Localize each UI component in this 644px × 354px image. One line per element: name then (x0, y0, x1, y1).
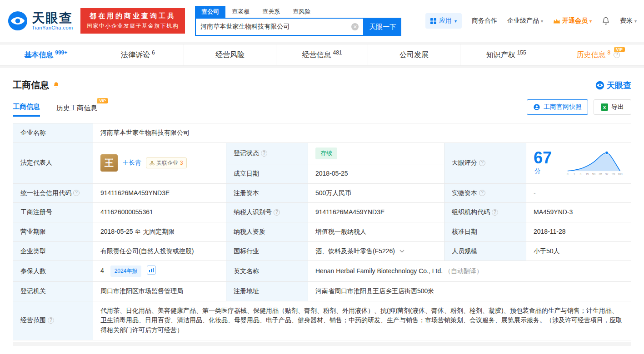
username: 费米 (620, 17, 633, 25)
avatar[interactable]: 王 (100, 154, 118, 172)
company-name-label: 企业名称 (13, 123, 93, 143)
watermark-text: 天眼查 (607, 80, 631, 91)
company-section-tabs: 基本信息 999+ 法律诉讼 6 经营风险 经营信息 481 公司发展 知识产权… (0, 44, 644, 66)
footer-strip (13, 342, 631, 346)
search-box: ✕ (195, 18, 364, 36)
business-cooperation-link[interactable]: 商务合作 (472, 17, 497, 25)
english-name-value: Henan Herbal Family Biotechnology Co., L… (315, 267, 443, 275)
table-row: 营业期限 2018-05-25 至 无固定期限 纳税人资质 增值税一般纳税人 核… (13, 222, 631, 241)
business-registration-table: 企业名称 河南草本世家生物科技有限公司 法定代表人 王 王长青 关联 (13, 123, 631, 340)
content-watermark-logo: 天眼查 (595, 80, 631, 91)
approval-date-value: 2018-11-28 (526, 222, 631, 241)
subtab-business-registration[interactable]: 工商信息 (13, 103, 40, 117)
legal-rep-link[interactable]: 王长青 (122, 158, 141, 168)
company-type-label: 企业类型 (13, 241, 93, 261)
info-icon[interactable]: ? (73, 190, 80, 196)
company-name-value: 河南草本世家生物科技有限公司 (93, 123, 631, 143)
industry-value: 酒、饮料及茶叶零售(F5226) (315, 247, 395, 255)
table-row: 工商注册号 411626000055361 纳税人识别号 ? 91411626M… (13, 203, 631, 222)
enterprise-products-menu[interactable]: 企业级产品 ▾ (507, 17, 543, 25)
info-icon[interactable]: ? (479, 190, 485, 196)
tianyancha-logo[interactable]: 天眼查 TianYanCha.com (7, 10, 73, 31)
insured-count-cell: 4 2024年报 (93, 261, 226, 282)
logo-domain: TianYanCha.com (32, 25, 73, 30)
approval-date-label: 核准日期 (444, 222, 526, 241)
tab-company-development[interactable]: 公司发展 (368, 44, 460, 65)
search-tab-relation[interactable]: 查关系 (256, 6, 286, 18)
svg-text:0: 0 (567, 172, 569, 176)
taxpayer-quality-label: 纳税人资质 (226, 222, 308, 241)
subtab-label: 历史工商信息 (56, 104, 97, 112)
info-icon[interactable]: ? (614, 52, 620, 58)
info-icon[interactable]: ? (479, 160, 485, 166)
subscribe-bell-icon[interactable] (53, 82, 60, 88)
staff-size-value: 小于50人 (526, 241, 631, 261)
tab-business-info[interactable]: 经营信息 481 (276, 44, 369, 65)
chevron-down-icon[interactable] (399, 250, 404, 253)
vip-badge: VIP (614, 47, 625, 52)
info-icon[interactable]: ? (261, 150, 267, 157)
tab-legal-proceedings[interactable]: 法律诉讼 6 (92, 44, 185, 65)
tab-operational-risk[interactable]: 经营风险 (184, 44, 276, 65)
auto-translate-note: （自动翻译） (444, 267, 483, 275)
score-unit: 分 (534, 167, 541, 175)
search-tab-risk[interactable]: 查风险 (286, 6, 317, 18)
info-icon[interactable]: ? (274, 209, 280, 216)
address-label: 注册地址 (226, 281, 308, 301)
score-marker-dot (605, 151, 608, 154)
annual-report-icon[interactable] (147, 266, 156, 275)
establish-date-label: 成立日期 (226, 164, 308, 183)
annual-report-badge[interactable]: 2024年报 (110, 266, 142, 277)
top-header: 天眼查 TianYanCha.com 都在用的商业查询工具 国家中小企业发展子基… (0, 0, 644, 42)
notifications-bell-icon[interactable] (602, 17, 610, 25)
search-input[interactable] (196, 23, 351, 30)
tianyancha-eye-icon (7, 10, 28, 31)
credit-code-value: 91411626MA459YND3E (93, 183, 226, 203)
search-tab-company[interactable]: 查公司 (195, 6, 225, 18)
subtab-history-registration[interactable]: VIP 历史工商信息 (56, 104, 97, 117)
export-button-label: 导出 (611, 103, 624, 111)
tab-basic-info[interactable]: 基本信息 999+ (0, 44, 92, 65)
score-distribution-chart: 0 1 3 15 50 85 97 99 100 (565, 148, 624, 177)
tab-intellectual-property[interactable]: 知识产权 155 (460, 44, 553, 65)
reg-number-label: 工商注册号 (13, 203, 93, 222)
apps-menu[interactable]: 应用 ▾ (425, 13, 462, 29)
table-row: 经营范围 ? 代用茶、日化用品、美容健康产品、第一类医疗器械、保健用品（贴剂、膏… (13, 301, 631, 340)
tab-label: 公司发展 (399, 50, 429, 60)
reg-authority-value: 周口市淮阳区市场监督管理局 (93, 281, 226, 301)
english-name-label: 英文名称 (226, 261, 308, 282)
tab-count: 8 (607, 49, 610, 56)
export-button[interactable]: x 导出 (594, 99, 631, 115)
official-snapshot-button[interactable]: 工商官网快照 (527, 99, 588, 115)
vip-upgrade-menu[interactable]: 开通会员 ▾ (553, 17, 592, 25)
score-cell: 67分 0 1 3 15 50 85 (526, 143, 631, 183)
user-menu[interactable]: 费米 ▾ (620, 17, 637, 25)
staff-size-label: 人员规模 (444, 241, 526, 261)
business-scope-value: 代用茶、日化用品、美容健康产品、第一类医疗器械、保健用品（贴剂、膏剂、粉剂、外用… (93, 301, 631, 340)
svg-text:1: 1 (574, 172, 575, 176)
reg-status-label: 登记状态 (234, 148, 259, 158)
svg-text:15: 15 (585, 172, 589, 176)
svg-text:50: 50 (592, 172, 596, 176)
tab-label: 基本信息 (24, 50, 53, 60)
related-label: 关联企业 (156, 159, 178, 167)
paid-capital-label: 实缴资本 (452, 188, 477, 198)
related-companies-badge[interactable]: 关联企业 3 (146, 157, 187, 169)
search-button[interactable]: 天眼一下 (364, 18, 401, 36)
table-row: 登记机关 周口市淮阳区市场监督管理局 注册地址 河南省周口市淮阳县王店乡王店街西… (13, 281, 631, 301)
industry-cell: 酒、饮料及茶叶零售(F5226) (308, 241, 444, 261)
search-tab-boss[interactable]: 查老板 (225, 6, 256, 18)
info-icon[interactable]: ? (48, 317, 54, 324)
org-code-label: 组织机构代码 (452, 207, 490, 217)
tab-history-info[interactable]: VIP 历史信息 8 ? (552, 44, 644, 65)
info-icon[interactable]: ? (492, 209, 498, 216)
svg-text:3: 3 (579, 172, 581, 176)
clear-search-icon[interactable]: ✕ (351, 23, 359, 30)
grid-icon (430, 18, 436, 24)
reg-status-label-cell: 登记状态 ? (226, 143, 308, 164)
paid-capital-label-cell: 实缴资本 ? (444, 183, 526, 203)
promo-banner-line1: 都在用的商业查询工具 (87, 12, 179, 20)
vip-badge: VIP (97, 98, 108, 103)
reg-authority-label: 登记机关 (13, 281, 93, 301)
divider (0, 66, 644, 68)
